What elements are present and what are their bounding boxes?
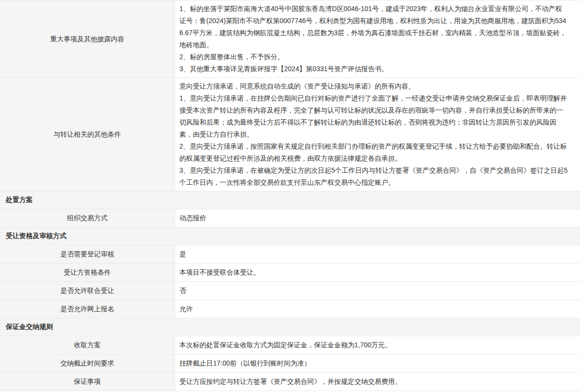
row-label: 是否允许网上报名 [61, 303, 114, 315]
content-paragraph: 挂牌截止日17:00前（以银行到账时间为准） [179, 357, 568, 369]
content-paragraph: 3、意向受让方须承诺，在被确定为受让方的次日起5个工作日内与转让方签署《资产交易… [179, 164, 568, 189]
content-paragraph: 3、其他重大事项详见青振评报字【2024】第0331号资产评估报告书。 [179, 63, 568, 75]
row-content-cell: 动态报价 [175, 209, 580, 227]
table-row-transfer-conditions: 与转让相关的其他条件意向受让方须承诺，同意系统自动生成的《资产受让须知与承诺》的… [0, 78, 580, 191]
row-content-cell: 本次标的处置保证金收取方式为固定保证金，保证金金额为1,700万元。 [175, 336, 580, 354]
row-content-cell: 1、标的坐落于莱阳市南海大道40号中国胶东香岛湾D区0046-101号，建成于2… [175, 0, 580, 77]
row-label-cell: 交纳截止时间要求 [0, 354, 175, 372]
table-row-transferee-qualification: 受让方资格条件本项目不接受联合体受让。 [0, 264, 580, 282]
content-paragraph: 本项目不接受联合体受让。 [179, 266, 568, 278]
row-label: 是否允许联合受让 [61, 285, 114, 297]
section-header-label: 受让资格及审核方式 [6, 232, 66, 240]
table-row-joint-transfer-allowed: 是否允许联合受让否 [0, 282, 580, 300]
content-paragraph: 意向受让方须承诺，同意系统自动生成的《资产受让须知与承诺》的所有内容。 [179, 80, 568, 92]
row-label: 是否需要登记审核 [61, 248, 114, 260]
section-header-deposit-rules: 保证金交纳规则 [0, 318, 580, 336]
content-paragraph: 2、标的房屋整体出售，不予拆分。 [179, 51, 568, 63]
row-label-cell: 受让方资格条件 [0, 264, 175, 281]
table-row-trading-method: 组织交易方式动态报价 [0, 209, 580, 228]
row-label-cell: 与转让相关的其他条件 [0, 78, 175, 191]
row-label-cell: 是否允许网上报名 [0, 300, 175, 318]
row-content-cell: 否 [175, 282, 580, 300]
section-header-disposal-plan: 处置方案 [0, 191, 580, 209]
row-label-cell: 是否允许联合受让 [0, 282, 175, 300]
row-content-cell: 本项目不接受联合体受让。 [175, 264, 580, 281]
row-label: 交纳截止时间要求 [61, 357, 114, 369]
row-label: 收取方案 [74, 339, 101, 351]
content-paragraph: 本次标的处置保证金收取方式为固定保证金，保证金金额为1,700万元。 [179, 339, 568, 351]
table-row-online-registration-allowed: 是否允许网上报名允许 [0, 300, 580, 318]
content-paragraph: 2、意向受让方须承诺，按照国家有关规定自行到相关部门办理标的资产的权属变更登记手… [179, 140, 568, 164]
row-label-cell: 重大事项及其他披露内容 [0, 0, 175, 77]
table-row-guarantee-matters: 保证事项受让方应按约定与转让方签署《资产交易合同》，并按规定交纳交易费用。 [0, 373, 580, 391]
table-row-deposit-collection-plan: 收取方案本次标的处置保证金收取方式为固定保证金，保证金金额为1,700万元。 [0, 336, 580, 354]
content-paragraph: 1、标的坐落于莱阳市南海大道40号中国胶东香岛湾D区0046-101号，建成于2… [179, 3, 568, 51]
row-label: 与转让相关的其他条件 [54, 128, 121, 140]
row-label: 组织交易方式 [67, 212, 108, 224]
content-paragraph: 允许 [179, 303, 568, 315]
row-content-cell: 允许 [175, 300, 580, 318]
row-content-cell: 是 [175, 245, 580, 263]
row-content-cell: 挂牌截止日17:00前（以银行到账时间为准） [175, 354, 580, 372]
row-label-cell: 组织交易方式 [0, 209, 175, 227]
row-content-cell: 受让方应按约定与转让方签署《资产交易合同》，并按规定交纳交易费用。 [175, 373, 580, 391]
content-paragraph: 动态报价 [179, 212, 568, 224]
row-content-cell: 意向受让方须承诺，同意系统自动生成的《资产受让须知与承诺》的所有内容。1、意向受… [175, 78, 580, 191]
row-label-cell: 是否需要登记审核 [0, 245, 175, 263]
table-row-major-disclosure: 重大事项及其他披露内容1、标的坐落于莱阳市南海大道40号中国胶东香岛湾D区004… [0, 0, 580, 78]
table-row-registration-review-required: 是否需要登记审核是 [0, 245, 580, 264]
content-paragraph: 1、意向受让方须承诺，在挂牌公告期间已自行对标的资产进行了全面了解，一经递交受让… [179, 92, 568, 140]
content-paragraph: 受让方应按约定与转让方签署《资产交易合同》，并按规定交纳交易费用。 [179, 376, 568, 388]
table-row-payment-deadline: 交纳截止时间要求挂牌截止日17:00前（以银行到账时间为准） [0, 354, 580, 373]
row-label: 保证事项 [74, 376, 101, 388]
section-header-label: 保证金交纳规则 [6, 323, 53, 331]
row-label: 重大事项及其他披露内容 [50, 33, 125, 45]
content-paragraph: 是 [179, 248, 568, 260]
content-paragraph: 否 [179, 285, 568, 297]
section-header-label: 处置方案 [6, 196, 33, 204]
asset-disposal-info-table: 重大事项及其他披露内容1、标的坐落于莱阳市南海大道40号中国胶东香岛湾D区004… [0, 0, 580, 391]
row-label-cell: 收取方案 [0, 336, 175, 354]
row-label: 受让方资格条件 [64, 266, 111, 278]
row-label-cell: 保证事项 [0, 373, 175, 391]
section-header-qualification-review: 受让资格及审核方式 [0, 228, 580, 245]
